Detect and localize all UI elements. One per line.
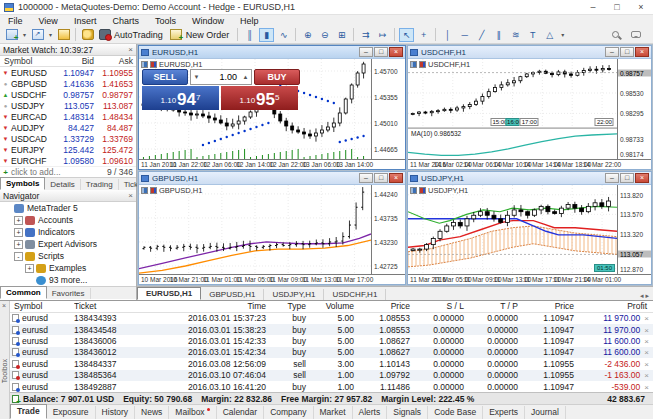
minimize-button[interactable]: – xyxy=(359,173,373,183)
menu-help[interactable]: Help xyxy=(232,16,267,26)
toolbox-tab-code-base[interactable]: Code Base xyxy=(428,406,483,419)
market-watch-row-eurchf[interactable]: ▼EURCHF1.095801.09610 xyxy=(0,155,136,166)
chart-window-usdjpy[interactable]: USDJPY,H1–□×USDJPY,H101:50113.820113.570… xyxy=(407,171,652,285)
close-position-icon[interactable]: × xyxy=(644,337,649,346)
tile-windows-icon[interactable]: ⊞ xyxy=(334,28,349,42)
chart-tab-usdchf-h1[interactable]: USDCHF,H1 xyxy=(324,289,386,300)
shapes-icon[interactable]: △ xyxy=(542,28,557,42)
maximize-button[interactable]: □ xyxy=(605,0,629,14)
toolbox-tab-history[interactable]: History xyxy=(96,406,135,419)
shapes-dropdown-icon[interactable]: ▾ xyxy=(559,28,566,42)
tab-common[interactable]: Common xyxy=(0,286,47,299)
chart-tab-eurusd-h1[interactable]: EURUSD,H1 xyxy=(137,287,201,300)
market-watch-row-usdchf[interactable]: ▲USDCHF0.987570.98797 xyxy=(0,89,136,100)
navigator-item-accounts[interactable]: +Accounts xyxy=(0,214,136,226)
crosshair-icon[interactable]: + xyxy=(416,28,431,42)
close-icon[interactable]: × xyxy=(2,302,6,309)
minimize-button[interactable]: – xyxy=(605,173,619,183)
navigator-item-expert-advisors[interactable]: +Expert Advisors xyxy=(0,238,136,250)
chart-plot-eurusd[interactable]: EURUSD,H1SELL▼1.00▲BUY1.109471.10955 xyxy=(139,59,372,159)
market-watch-add-row[interactable]: + click to add... 9 / 346 xyxy=(0,166,136,177)
profiles-dropdown-icon[interactable]: ▾ xyxy=(47,28,54,42)
toolbox-tab-experts[interactable]: Experts xyxy=(483,406,525,419)
market-watch-row-usdcad[interactable]: ▼USDCAD1.337291.33769 xyxy=(0,133,136,144)
minimize-button[interactable]: – xyxy=(605,47,619,57)
volume-down-icon[interactable]: ▼ xyxy=(191,74,202,80)
trade-position-row[interactable]: eurusd1384360062016.03.01 15:42:33buy5.0… xyxy=(10,335,653,346)
collapse-icon[interactable]: - xyxy=(14,252,23,261)
close-position-icon[interactable]: × xyxy=(644,348,649,357)
navigator-item-indicators[interactable]: +Indicators xyxy=(0,226,136,238)
chart-window-titlebar[interactable]: GBPUSD,H1–□× xyxy=(139,172,405,185)
one-click-toggle-icon[interactable] xyxy=(410,61,417,68)
close-icon[interactable]: × xyxy=(128,191,133,200)
buy-price-button[interactable]: 1.10955 xyxy=(221,86,298,110)
close-button[interactable]: × xyxy=(635,47,649,57)
navigator-item-metatrader-5[interactable]: MetaTrader 5 xyxy=(0,202,136,214)
one-click-toggle-icon[interactable] xyxy=(141,187,148,194)
menu-file[interactable]: File xyxy=(0,16,31,26)
toolbox-tab-trade[interactable]: Trade xyxy=(10,404,47,419)
tab-scroll-arrows[interactable]: ◂ ▸ xyxy=(640,292,653,300)
new-order-icon[interactable] xyxy=(169,28,184,42)
one-click-toggle-icon[interactable] xyxy=(141,61,148,68)
tab-details[interactable]: Details xyxy=(45,179,80,190)
expand-icon[interactable]: + xyxy=(14,228,23,237)
trade-position-row[interactable]: eurusd1384853642016.03.10 07:46:04sell1.… xyxy=(10,370,653,381)
vertical-line-icon[interactable]: │ xyxy=(440,28,455,42)
volume-stepper[interactable]: ▼1.00▲ xyxy=(190,69,252,85)
text-icon[interactable]: T xyxy=(525,28,540,42)
toolbox-tab-exposure[interactable]: Exposure xyxy=(47,406,96,419)
chart-window-usdchf[interactable]: USDCHF,H1–□×USDCHF,H1MA(10) 0.98653215:0… xyxy=(407,45,652,170)
autotrading-label[interactable]: AutoTrading xyxy=(114,30,163,40)
restore-button[interactable]: □ xyxy=(620,47,634,57)
new-chart-dropdown-icon[interactable]: ▾ xyxy=(21,28,28,42)
menu-window[interactable]: Window xyxy=(184,16,232,26)
market-watch-row-usdjpy[interactable]: ●USDJPY113.057113.087 xyxy=(0,100,136,111)
volume-value[interactable]: 1.00 xyxy=(202,72,240,82)
market-watch-row-audjpy[interactable]: ▼AUDJPY84.42784.487 xyxy=(0,122,136,133)
autotrading-icon[interactable] xyxy=(97,28,112,42)
chart-shift-icon[interactable]: ↦ xyxy=(375,28,390,42)
toolbox-tab-journal[interactable]: Journal xyxy=(525,406,566,419)
chart-plot-gbpusd[interactable]: GBPUSD,H1 xyxy=(139,185,372,274)
chart-window-gbpusd[interactable]: GBPUSD,H1–□×GBPUSD,H11.442401.437351.432… xyxy=(138,171,406,285)
close-position-icon[interactable]: × xyxy=(644,371,649,380)
close-position-icon[interactable]: × xyxy=(644,360,649,369)
chart-tab-gbpusd-h1[interactable]: GBPUSD,H1 xyxy=(201,289,264,300)
expand-icon[interactable]: + xyxy=(14,216,23,225)
market-watch-row-eurjpy[interactable]: ▼EURJPY125.442125.472 xyxy=(0,144,136,155)
horizontal-line-icon[interactable]: ─ xyxy=(457,28,472,42)
toolbox-tab-market[interactable]: Market xyxy=(314,406,353,419)
fibonacci-icon[interactable]: ≋ xyxy=(508,28,523,42)
menu-insert[interactable]: Insert xyxy=(66,16,105,26)
market-watch-row-eurcad[interactable]: ▼EURCAD1.483141.48434 xyxy=(0,111,136,122)
close-button[interactable]: × xyxy=(389,173,403,183)
navigator-item-scripts[interactable]: -Scripts xyxy=(0,250,136,262)
trade-position-row[interactable]: eurusd1384928872016.03.10 16:41:20buy1.0… xyxy=(10,381,653,392)
close-position-icon[interactable]: × xyxy=(644,314,649,323)
chart-plot-usdjpy[interactable]: USDJPY,H101:50 xyxy=(408,185,618,274)
close-button[interactable]: × xyxy=(635,173,649,183)
cursor-icon[interactable]: ↖ xyxy=(399,28,414,42)
navigator-item-93-more-[interactable]: 93 more... xyxy=(0,274,136,286)
restore-button[interactable]: □ xyxy=(374,173,388,183)
menu-charts[interactable]: Charts xyxy=(104,16,147,26)
chart-window-titlebar[interactable]: USDJPY,H1–□× xyxy=(408,172,651,185)
buy-button[interactable]: BUY xyxy=(254,69,300,85)
bar-chart-icon[interactable]: ║ xyxy=(242,28,257,42)
sell-button[interactable]: SELL xyxy=(142,69,188,85)
chart-tab-usdjpy-h1[interactable]: USDJPY,H1 xyxy=(264,289,324,300)
trade-position-row[interactable]: eurusd1384843372016.03.08 12:56:09sell3.… xyxy=(10,358,653,369)
expand-icon[interactable]: + xyxy=(25,264,34,273)
zoom-in-icon[interactable]: ⊕ xyxy=(300,28,315,42)
profiles-icon[interactable] xyxy=(30,28,45,42)
chart-plot-usdchf[interactable]: USDCHF,H1MA(10) 0.98653215:0016:0017:002… xyxy=(408,59,618,159)
auto-scroll-icon[interactable]: ⇉ xyxy=(358,28,373,42)
community-icon[interactable] xyxy=(626,28,646,42)
trade-position-row[interactable]: eurusd1384343932016.03.01 15:37:23buy5.0… xyxy=(10,313,653,324)
tab-symbols[interactable]: Symbols xyxy=(0,177,45,190)
trade-position-row[interactable]: eurusd1384360122016.03.01 15:42:34buy5.0… xyxy=(10,347,653,358)
trendline-icon[interactable]: ╱ xyxy=(474,28,489,42)
quotes-icon[interactable] xyxy=(80,28,95,42)
